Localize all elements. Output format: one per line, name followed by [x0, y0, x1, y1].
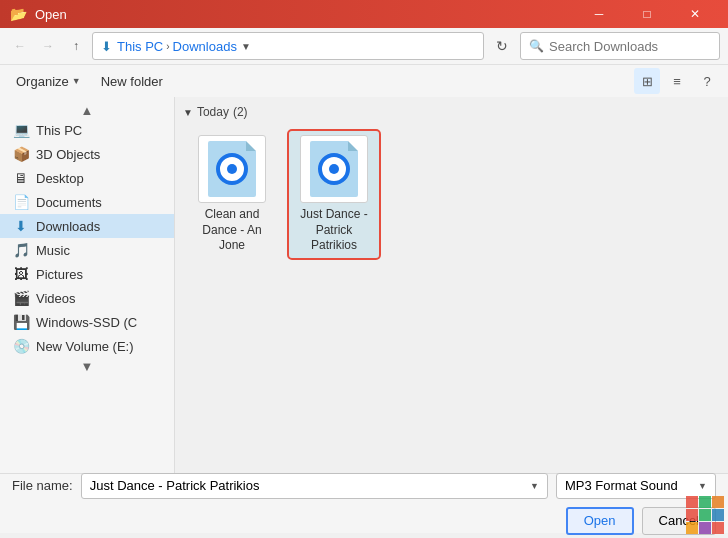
section-count: (2) [233, 105, 248, 119]
address-path[interactable]: ⬇ This PC › Downloads ▼ [92, 32, 484, 60]
this-pc-icon: 💻 [12, 122, 30, 138]
forward-button[interactable]: → [36, 34, 60, 58]
view-list-button[interactable]: ≡ [664, 68, 690, 94]
view-controls: ⊞ ≡ ? [634, 68, 720, 94]
sidebar-item-3d-objects[interactable]: 📦 3D Objects [0, 142, 174, 166]
file-doc-icon [208, 141, 256, 197]
new-volume-label: New Volume (E:) [36, 339, 134, 354]
downloads-label: Downloads [36, 219, 100, 234]
section-toggle[interactable]: ▼ [183, 107, 193, 118]
pictures-icon: 🖼 [12, 266, 30, 282]
file-icon-clean-and-dance [198, 135, 266, 203]
downloads-icon: ⬇ [12, 218, 30, 234]
music-icon: 🎵 [12, 242, 30, 258]
maximize-button[interactable]: □ [624, 0, 670, 28]
main-area: ▲ 💻 This PC 📦 3D Objects 🖥 Desktop 📄 Doc… [0, 97, 728, 473]
file-name-clean-and-dance: Clean and Dance - An Jone [191, 207, 273, 254]
address-bar: ← → ↑ ⬇ This PC › Downloads ▼ ↻ 🔍 [0, 28, 728, 65]
path-downloads[interactable]: Downloads [173, 39, 237, 54]
search-input[interactable] [549, 39, 711, 54]
command-bar: Organize ▼ New folder ⊞ ≡ ? [0, 65, 728, 97]
new-folder-button[interactable]: New folder [93, 71, 171, 92]
path-separator: › [166, 41, 169, 52]
new-volume-icon: 💿 [12, 338, 30, 354]
organize-dropdown-arrow: ▼ [72, 76, 81, 86]
refresh-button[interactable]: ↻ [488, 32, 516, 60]
file-name-dropdown-arrow: ▼ [530, 481, 539, 491]
content-area: ▼ Today (2) Clean and Dance - An Jone [175, 97, 728, 473]
minimize-button[interactable]: ─ [576, 0, 622, 28]
organize-label: Organize [16, 74, 69, 89]
title-bar-icon: 📂 [10, 6, 27, 22]
file-circle-inner [227, 164, 237, 174]
sidebar-item-documents[interactable]: 📄 Documents [0, 190, 174, 214]
file-type-dropdown-arrow: ▼ [698, 481, 707, 491]
file-name-value: Just Dance - Patrick Patrikios [90, 478, 530, 493]
windows-ssd-label: Windows-SSD (C [36, 315, 137, 330]
color-grid [686, 496, 724, 534]
search-box[interactable]: 🔍 [520, 32, 720, 60]
back-button[interactable]: ← [8, 34, 32, 58]
file-name-row: File name: Just Dance - Patrick Patrikio… [12, 473, 716, 499]
bottom-bar: File name: Just Dance - Patrick Patrikio… [0, 473, 728, 533]
path-icon: ⬇ [101, 39, 112, 54]
sidebar-item-new-volume[interactable]: 💿 New Volume (E:) [0, 334, 174, 358]
title-bar-title: Open [35, 7, 576, 22]
file-type-select[interactable]: MP3 Format Sound ▼ [556, 473, 716, 499]
view-grid-button[interactable]: ⊞ [634, 68, 660, 94]
file-type-value: MP3 Format Sound [565, 478, 698, 493]
sidebar-scroll-up[interactable]: ▲ [0, 102, 174, 118]
this-pc-label: This PC [36, 123, 82, 138]
videos-icon: 🎬 [12, 290, 30, 306]
sidebar-item-pictures[interactable]: 🖼 Pictures [0, 262, 174, 286]
sidebar: ▲ 💻 This PC 📦 3D Objects 🖥 Desktop 📄 Doc… [0, 97, 175, 473]
help-button[interactable]: ? [694, 68, 720, 94]
file-circle-icon-2 [318, 153, 350, 185]
organize-button[interactable]: Organize ▼ [8, 71, 89, 92]
file-doc-icon-2 [310, 141, 358, 197]
open-button[interactable]: Open [566, 507, 634, 535]
file-name-just-dance: Just Dance - Patrick Patrikios [293, 207, 375, 254]
close-button[interactable]: ✕ [672, 0, 718, 28]
section-header: ▼ Today (2) [183, 105, 720, 119]
open-label: Open [584, 513, 616, 528]
documents-label: Documents [36, 195, 102, 210]
windows-ssd-icon: 💾 [12, 314, 30, 330]
documents-icon: 📄 [12, 194, 30, 210]
desktop-icon: 🖥 [12, 170, 30, 186]
title-bar-controls: ─ □ ✕ [576, 0, 718, 28]
path-this-pc[interactable]: This PC [117, 39, 163, 54]
sidebar-item-downloads[interactable]: ⬇ Downloads [0, 214, 174, 238]
up-button[interactable]: ↑ [64, 34, 88, 58]
file-item-clean-and-dance[interactable]: Clean and Dance - An Jone [187, 131, 277, 258]
desktop-label: Desktop [36, 171, 84, 186]
sidebar-item-this-pc[interactable]: 💻 This PC [0, 118, 174, 142]
new-folder-label: New folder [101, 74, 163, 89]
file-grid: Clean and Dance - An Jone Just Dance - P… [183, 127, 720, 262]
path-dropdown-arrow[interactable]: ▼ [241, 41, 251, 52]
file-item-just-dance[interactable]: Just Dance - Patrick Patrikios [289, 131, 379, 258]
sidebar-item-windows-ssd[interactable]: 💾 Windows-SSD (C [0, 310, 174, 334]
file-name-input[interactable]: Just Dance - Patrick Patrikios ▼ [81, 473, 548, 499]
section-label: Today [197, 105, 229, 119]
3d-objects-icon: 📦 [12, 146, 30, 162]
action-row: Open Cancel [12, 507, 716, 535]
sidebar-item-desktop[interactable]: 🖥 Desktop [0, 166, 174, 190]
title-bar: 📂 Open ─ □ ✕ [0, 0, 728, 28]
pictures-label: Pictures [36, 267, 83, 282]
3d-objects-label: 3D Objects [36, 147, 100, 162]
file-name-label: File name: [12, 478, 73, 493]
music-label: Music [36, 243, 70, 258]
watermark [686, 496, 724, 534]
sidebar-scroll-down[interactable]: ▼ [0, 358, 174, 374]
file-icon-just-dance [300, 135, 368, 203]
file-circle-inner-2 [329, 164, 339, 174]
sidebar-item-videos[interactable]: 🎬 Videos [0, 286, 174, 310]
sidebar-item-music[interactable]: 🎵 Music [0, 238, 174, 262]
videos-label: Videos [36, 291, 76, 306]
search-icon: 🔍 [529, 39, 544, 53]
file-circle-icon [216, 153, 248, 185]
